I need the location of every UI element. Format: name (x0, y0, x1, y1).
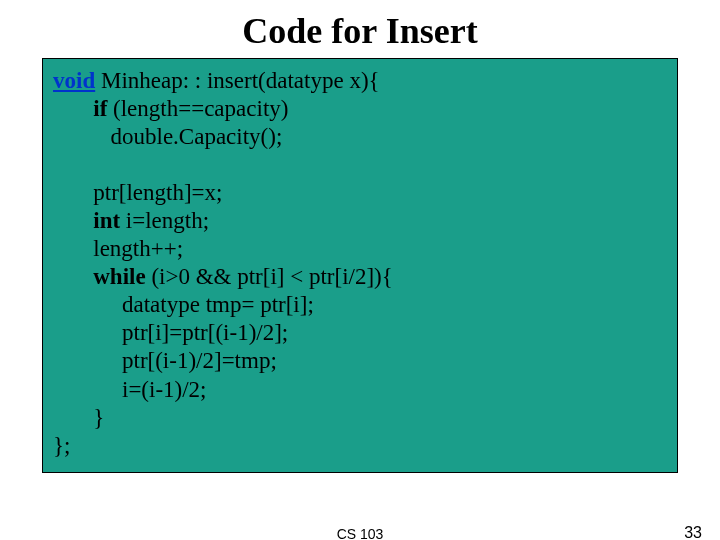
code-line: i=(i-1)/2; (53, 376, 667, 404)
keyword-while: while (93, 264, 145, 289)
slide-title: Code for Insert (0, 10, 720, 52)
code-line: while (i>0 && ptr[i] < ptr[i/2]){ (53, 263, 667, 291)
keyword-int: int (93, 208, 120, 233)
code-line: ptr[length]=x; (53, 179, 667, 207)
footer-course-label: CS 103 (0, 526, 720, 540)
code-line: void Minheap: : insert(datatype x){ (53, 67, 667, 95)
slide-number: 33 (684, 524, 702, 540)
code-line: ptr[i]=ptr[(i-1)/2]; (53, 319, 667, 347)
code-line: int i=length; (53, 207, 667, 235)
code-line: ptr[(i-1)/2]=tmp; (53, 347, 667, 375)
code-blank-line (53, 151, 667, 179)
slide: Code for Insert void Minheap: : insert(d… (0, 10, 720, 540)
keyword-if: if (93, 96, 107, 121)
code-line: } (53, 404, 667, 432)
code-line: }; (53, 432, 667, 460)
code-line: length++; (53, 235, 667, 263)
keyword-void: void (53, 68, 95, 93)
code-block: void Minheap: : insert(datatype x){ if (… (42, 58, 678, 473)
code-line: datatype tmp= ptr[i]; (53, 291, 667, 319)
code-line: if (length==capacity) (53, 95, 667, 123)
code-line: double.Capacity(); (53, 123, 667, 151)
